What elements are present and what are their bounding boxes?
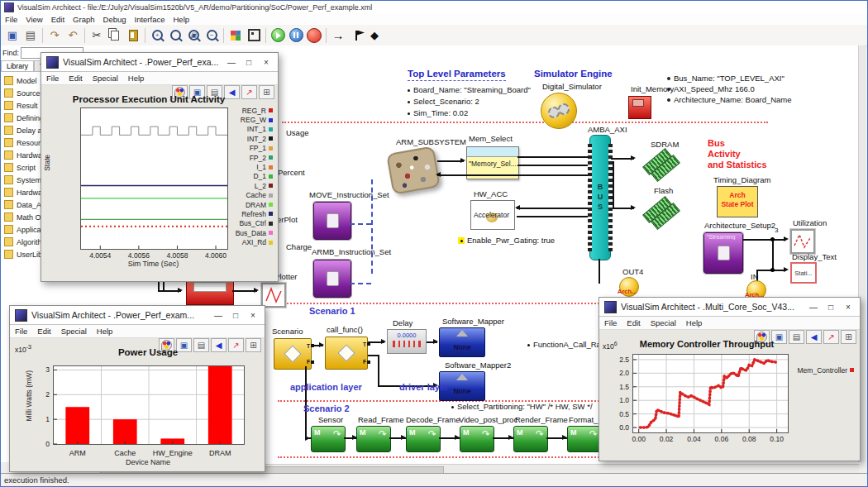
menu-help[interactable]: Help [169, 15, 193, 24]
window-titlebar[interactable]: VisualSim Architect - .Multi_Core_Soc_V4… [599, 298, 860, 317]
export-icon[interactable]: ↗ [241, 85, 257, 99]
move-instruction-set-block[interactable] [313, 202, 351, 240]
flash-icon[interactable] [637, 198, 680, 231]
architecture-setup2-block[interactable]: "Streaming_ [703, 232, 743, 274]
port [311, 360, 314, 364]
statistics-text-block[interactable]: Stati... [790, 262, 817, 284]
zoom-in-icon[interactable]: + [148, 26, 166, 44]
svg-text:0.08: 0.08 [742, 435, 756, 443]
fullscreen-icon[interactable] [245, 26, 263, 44]
hw-acc-block[interactable]: Accelerator [470, 200, 515, 230]
sensor-block[interactable]: M↷ [311, 426, 346, 452]
wire [517, 208, 589, 209]
render-frame-block[interactable]: M↷ [513, 426, 548, 452]
init-memory-block[interactable] [628, 96, 651, 119]
menu-help[interactable]: Help [123, 74, 150, 83]
top-level-parameters-title: Top Level Parameters [408, 69, 506, 81]
format-block[interactable]: M↷ [567, 426, 602, 452]
window-titlebar[interactable]: VisualSim Architect - .Power_Perf_exam..… [10, 306, 265, 325]
software-mapper-block[interactable]: None [439, 327, 485, 357]
svg-text:DRAM: DRAM [209, 449, 231, 457]
minimize-button[interactable]: — [212, 311, 225, 320]
menu-file[interactable]: File [599, 318, 622, 327]
menu-graph[interactable]: Graph [69, 15, 98, 24]
utilization-plot-block[interactable] [790, 229, 815, 254]
fit-icon[interactable]: ⊞ [841, 330, 856, 344]
fit-icon[interactable]: ⊞ [246, 338, 261, 352]
menu-edit[interactable]: Edit [32, 327, 55, 336]
sdram-icon[interactable] [637, 150, 680, 183]
fit-icon[interactable]: ⊞ [259, 85, 274, 99]
pause-icon[interactable] [287, 26, 305, 44]
window-processor-activity[interactable]: VisualSim Architect - .Power_Perf_exa...… [41, 52, 279, 282]
maximize-button[interactable]: □ [824, 303, 837, 312]
hw-acc-label: HW_ACC [474, 189, 508, 198]
print-icon[interactable]: ▤ [21, 26, 40, 44]
legend-item: L_2 [227, 181, 273, 190]
decode-frame-block[interactable]: M↷ [406, 426, 441, 452]
run-to-flag-icon[interactable] [347, 26, 365, 44]
menu-file[interactable]: File [10, 327, 32, 336]
timed-plotter-block[interactable] [261, 283, 286, 308]
menu-view[interactable]: View [21, 15, 46, 24]
save-icon[interactable]: ▣ [3, 26, 21, 44]
power-usage-plot: 0123ARMCacheHW_EngineDRAM [53, 365, 245, 445]
processing-block[interactable] [186, 279, 234, 305]
close-button[interactable]: × [246, 311, 260, 320]
menu-debug[interactable]: Debug [99, 15, 131, 24]
scenario-block[interactable]: T F [274, 338, 312, 370]
print-icon[interactable]: ▤ [789, 330, 804, 344]
window-memory-throughput[interactable]: VisualSim Architect - .Multi_Core_Soc_V4… [599, 297, 861, 461]
menu-help[interactable]: Help [681, 318, 708, 327]
cut-icon[interactable]: ✂ [88, 26, 106, 44]
rewind-icon[interactable]: ◀ [806, 330, 822, 344]
menu-special[interactable]: Special [88, 74, 123, 83]
toolbar-separator [145, 28, 145, 43]
minimize-button[interactable]: — [225, 58, 238, 67]
zoom-reset-icon[interactable] [166, 26, 184, 44]
wire [437, 174, 589, 176]
zoom-fit-icon[interactable]: ▣ [184, 26, 203, 44]
menu-interface[interactable]: Interface [131, 15, 169, 24]
status-text: execution finished. [4, 475, 69, 485]
functiona-call-rate: FunctionA_Call_Ra [527, 340, 601, 349]
step-forward-icon[interactable]: → [329, 26, 347, 44]
zoom-out-icon[interactable]: − [203, 26, 221, 44]
close-button[interactable]: × [260, 58, 273, 67]
arm-subsystem-block[interactable] [386, 146, 441, 194]
call-func-block[interactable]: T F [325, 337, 368, 370]
read-frame-block[interactable]: M↷ [356, 426, 391, 452]
delay-block[interactable]: 0.0000 [387, 329, 427, 354]
video-post-proc-block[interactable]: M↷ [460, 426, 494, 452]
export-icon[interactable]: ↗ [823, 330, 839, 344]
tab-library[interactable]: Library [1, 60, 34, 71]
close-button[interactable]: × [842, 303, 855, 312]
menu-special[interactable]: Special [56, 327, 92, 336]
minimize-button[interactable]: — [807, 303, 820, 312]
redo-icon[interactable]: ↷ [45, 26, 64, 44]
window-power-usage[interactable]: VisualSim Architect - .Power_Perf_exam..… [9, 305, 265, 472]
window-titlebar[interactable]: VisualSim Architect - .Power_Perf_exa...… [41, 53, 278, 72]
grid-view-icon[interactable] [227, 26, 245, 44]
menu-special[interactable]: Special [646, 318, 681, 327]
maximize-button[interactable]: □ [229, 311, 242, 320]
maximize-button[interactable]: □ [242, 58, 255, 67]
undo-icon[interactable]: ↶ [64, 26, 82, 44]
armb-instruction-set-block[interactable] [313, 260, 351, 298]
stop-icon[interactable] [305, 26, 323, 44]
amba-axi-bus-block[interactable]: BUS [589, 135, 611, 260]
digital-simulator-block[interactable] [541, 93, 577, 129]
paste-icon[interactable] [124, 26, 142, 44]
menu-edit[interactable]: Edit [64, 74, 87, 83]
wire-arrow [784, 236, 789, 241]
copy-icon[interactable] [106, 26, 124, 44]
menu-help[interactable]: Help [92, 327, 118, 336]
menu-file[interactable]: File [41, 74, 64, 83]
menu-edit[interactable]: Edit [622, 318, 645, 327]
finish-icon[interactable]: ◆ [365, 26, 384, 44]
run-icon[interactable] [269, 26, 287, 44]
menu-file[interactable]: File [1, 15, 21, 24]
axis-multiplier: x10-3 [15, 344, 31, 354]
menu-edit[interactable]: Edit [47, 15, 69, 24]
arch-state-plot-block[interactable]: Arch State Plot [717, 186, 758, 217]
